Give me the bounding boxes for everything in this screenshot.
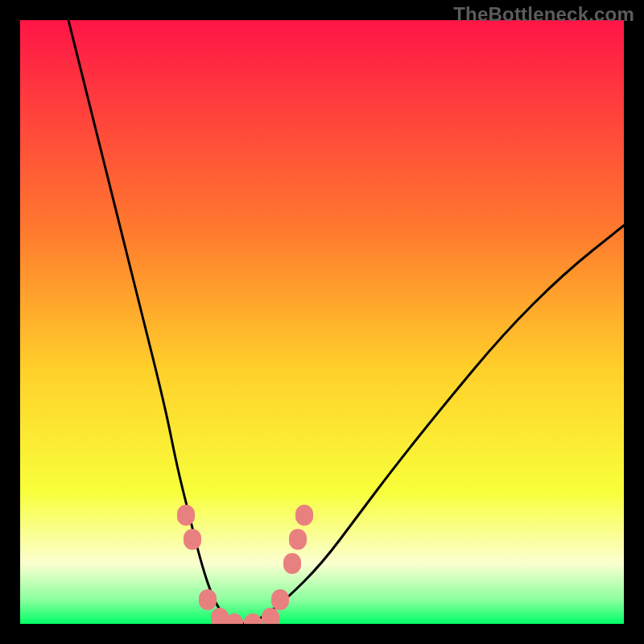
data-marker [184, 529, 201, 550]
data-marker [177, 505, 195, 526]
plot-area [20, 20, 624, 624]
data-marker [271, 589, 289, 610]
bottleneck-curve [20, 20, 624, 624]
data-marker [289, 529, 307, 550]
watermark-text: TheBottleneck.com [453, 3, 634, 26]
data-marker [295, 505, 313, 526]
data-marker [199, 589, 217, 610]
chart-frame: TheBottleneck.com [0, 0, 644, 644]
data-marker [283, 553, 301, 574]
